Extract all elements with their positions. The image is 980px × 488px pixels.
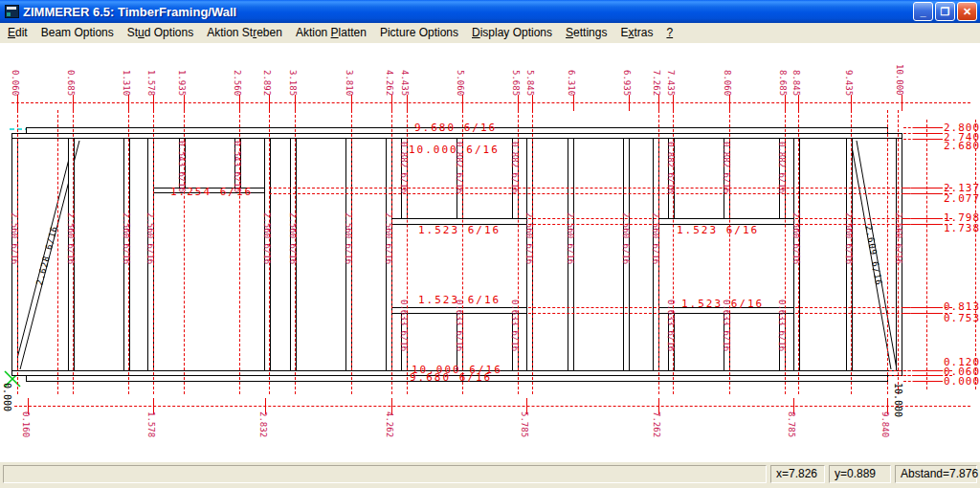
top-dimension-label: 1.935 bbox=[177, 70, 187, 96]
right-dimension-line bbox=[926, 120, 927, 389]
top-dimension-tick bbox=[658, 95, 659, 111]
bottom-dimension-label: 8.785 bbox=[787, 411, 796, 437]
top-dimension-label: 9.435 bbox=[844, 70, 854, 96]
top-dimension-label: 1.578 bbox=[146, 70, 156, 96]
menu-item-stud-options[interactable]: Stud Options bbox=[122, 24, 199, 41]
top-dimension-label: 5.060 bbox=[456, 70, 465, 96]
menu-item-edit[interactable]: Edit bbox=[2, 24, 33, 41]
bottom-dimension-label: 7.262 bbox=[652, 411, 661, 437]
bottom-dimension-label: 2.832 bbox=[258, 411, 268, 437]
top-dimension-tick bbox=[73, 95, 74, 111]
full-stud-length-label: 2.560 6/16 bbox=[122, 212, 131, 264]
origin-label-left: 0.000 bbox=[2, 383, 12, 411]
bottom-dimension-label: 9.840 bbox=[880, 411, 890, 437]
top-dimension-label: 7.262 bbox=[652, 70, 661, 96]
close-button[interactable]: ✕ bbox=[957, 2, 977, 21]
dimension-projection-line bbox=[351, 110, 352, 394]
dimension-projection-line bbox=[57, 110, 58, 394]
member-length-text: 1.523 6/16 bbox=[681, 298, 764, 310]
menu-item-settings[interactable]: Settings bbox=[560, 24, 612, 41]
top-dimension-tick bbox=[239, 95, 240, 111]
top-dimension-label: 0.060 bbox=[11, 70, 20, 96]
menu-item-display-options[interactable]: Display Options bbox=[466, 24, 558, 41]
top-dimension-tick bbox=[518, 95, 519, 111]
right-dimension-tick bbox=[913, 188, 943, 189]
top-dimension-label: 0.685 bbox=[66, 70, 76, 96]
top-dimension-label: 4.262 bbox=[385, 70, 394, 96]
dimension-leader-line bbox=[528, 218, 657, 219]
status-bar: x=7.826 y=0.889 Abstand=7.876 bbox=[0, 461, 980, 488]
member-length-text: 1.254 6/16 bbox=[170, 186, 253, 198]
top-dimension-label: 6.310 bbox=[567, 70, 576, 96]
top-dimension-tick bbox=[351, 95, 352, 111]
top-dimension-tick bbox=[153, 95, 154, 111]
top-dimension-label: 2.892 bbox=[262, 70, 272, 96]
dimension-projection-line bbox=[785, 110, 786, 394]
top-dimension-tick bbox=[128, 95, 129, 111]
full-stud-length-label: 2.560 6/16 bbox=[66, 212, 76, 264]
dimension-projection-line bbox=[128, 110, 129, 394]
window-title: ZIMMERER 6.5: TimberFraming/Wall bbox=[23, 5, 913, 19]
member-length-text: 9.680 6/16 bbox=[414, 122, 497, 134]
menu-item-picture-options[interactable]: Picture Options bbox=[374, 24, 464, 41]
top-dimension-tick bbox=[17, 95, 18, 111]
menu-item-aktion-streben[interactable]: Aktion Streben bbox=[201, 24, 288, 41]
right-dimension-label: 0.000 bbox=[944, 375, 980, 388]
brace-length-label: 2.609 6/16 bbox=[864, 224, 884, 286]
bottom-dimension-line bbox=[14, 406, 970, 407]
top-dimension-tick bbox=[902, 95, 902, 111]
top-dimension-tick bbox=[798, 95, 799, 111]
minimize-button[interactable]: _ bbox=[913, 2, 933, 21]
menu-item-?[interactable]: ? bbox=[660, 24, 679, 41]
dimension-projection-line bbox=[851, 110, 852, 394]
drawing-area[interactable]: 2.560 6/162.560 6/162.560 6/162.560 6/16… bbox=[0, 43, 980, 461]
origin-label-right: 10.000 bbox=[893, 383, 903, 417]
dimension-leader-line bbox=[528, 224, 657, 225]
dimension-projection-line bbox=[729, 110, 730, 394]
app-icon bbox=[5, 5, 19, 18]
top-dimension-tick bbox=[532, 95, 533, 111]
right-dimension-tick bbox=[913, 139, 943, 140]
status-x-coordinate: x=7.826 bbox=[770, 465, 825, 483]
full-stud-length-label: 2.560 6/16 bbox=[288, 212, 298, 264]
menu-item-aktion-platten[interactable]: Aktion Platten bbox=[290, 24, 372, 41]
status-distance: Abstand=7.876 bbox=[895, 465, 977, 483]
menu-item-extras[interactable]: Extras bbox=[614, 24, 658, 41]
right-dimension-tick bbox=[913, 193, 943, 194]
dimension-leader-line bbox=[528, 313, 657, 314]
top-dimension-tick bbox=[673, 95, 674, 111]
status-message-panel bbox=[3, 465, 767, 483]
top-dimension-label: 8.060 bbox=[723, 70, 732, 96]
full-stud-length-label: 2.560 6/16 bbox=[844, 212, 854, 264]
top-dimension-tick bbox=[269, 95, 270, 111]
full-stud-length-label: 2.560 6/16 bbox=[894, 212, 903, 264]
right-dimension-tick bbox=[913, 224, 943, 225]
menu-item-beam-options[interactable]: Beam Options bbox=[35, 24, 120, 41]
top-dimension-label: 6.935 bbox=[622, 70, 632, 96]
dimension-leader-line bbox=[269, 193, 952, 194]
top-dimension-tick bbox=[295, 95, 296, 111]
dimension-projection-line bbox=[391, 110, 392, 394]
top-dimension-label: 2.560 bbox=[233, 70, 242, 96]
top-dimension-tick bbox=[184, 95, 185, 111]
menu-bar: EditBeam OptionsStud OptionsAktion Streb… bbox=[0, 23, 980, 43]
dimension-projection-line bbox=[407, 110, 408, 394]
dimension-projection-line bbox=[658, 110, 659, 394]
dimension-projection-line bbox=[17, 110, 18, 394]
member-length-text: 1.523 6/16 bbox=[418, 224, 501, 236]
top-dimension-tick bbox=[785, 95, 786, 111]
dimension-projection-line bbox=[239, 110, 240, 394]
right-outer-dimension-line bbox=[975, 120, 976, 389]
restore-button[interactable]: ❐ bbox=[935, 2, 955, 21]
dimension-projection-line bbox=[184, 110, 185, 394]
top-dimension-label: 10.000 bbox=[895, 64, 904, 96]
right-dimension-label: 2.077 bbox=[944, 192, 980, 205]
right-dimension-tick bbox=[913, 133, 943, 134]
window-top-stud-length-label: 0.882 6/16 bbox=[666, 142, 676, 193]
title-bar[interactable]: ZIMMERER 6.5: TimberFraming/Wall _ ❐ ✕ bbox=[0, 0, 980, 23]
top-dimension-label: 3.810 bbox=[345, 70, 354, 96]
right-dimension-tick bbox=[913, 375, 943, 376]
top-dimension-label: 5.845 bbox=[525, 70, 535, 96]
top-dimension-line bbox=[11, 102, 970, 103]
right-dimension-tick bbox=[913, 218, 943, 219]
